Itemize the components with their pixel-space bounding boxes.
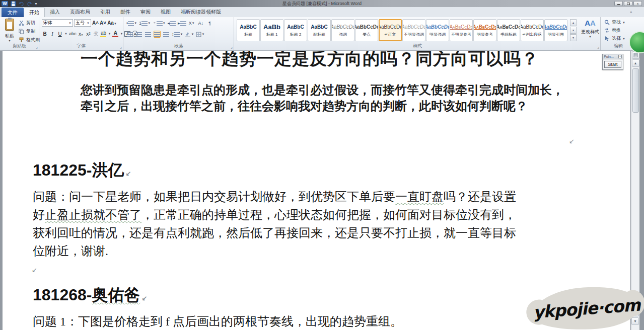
minimize-button[interactable] — [614, 1, 623, 6]
style-chip-标题[interactable]: AaBbC标题 — [237, 19, 260, 41]
close-icon[interactable]: × — [618, 55, 622, 58]
tab-引用[interactable]: 引用 — [95, 8, 115, 17]
next-page-icon[interactable]: ▼ — [631, 317, 639, 325]
chevron-down-icon: ▼ — [622, 37, 625, 40]
style-chip-不明显参考[interactable]: AaBbCcDd不明显参考 — [450, 19, 473, 41]
find-button[interactable]: 查找▼ — [604, 19, 625, 26]
bold-button[interactable]: B — [42, 31, 48, 37]
align-right-button[interactable] — [145, 31, 152, 38]
grow-font-button[interactable]: A˄ — [92, 20, 99, 26]
style-sample: AaBbC — [240, 24, 256, 30]
highlight-dropdown-icon[interactable]: ▼ — [108, 32, 111, 35]
font-dialog-launcher-icon[interactable]: ⌟ — [120, 45, 122, 49]
style-sample: AaBbCcDo — [497, 24, 520, 30]
tab-文件[interactable]: 文件 — [2, 8, 24, 17]
show-marks-button[interactable]: ¶ — [206, 20, 213, 27]
align-left-button[interactable] — [126, 31, 133, 38]
collapse-ribbon-icon[interactable]: ▵ — [630, 10, 632, 14]
styles-more-icon[interactable]: ▼ — [570, 34, 577, 41]
font-color-dropdown-icon[interactable]: ▼ — [120, 32, 123, 35]
tab-邮件[interactable]: 邮件 — [115, 8, 135, 17]
justify-button[interactable] — [154, 31, 161, 38]
chevron-down-icon: ▼ — [87, 22, 90, 25]
font-size-select[interactable]: 五号▼ — [74, 19, 91, 27]
style-chip-明显参考[interactable]: AaBbCcDd明显参考 — [473, 19, 496, 41]
style-sample: AaBbCcDd — [544, 24, 567, 30]
cut-label: 剪切 — [26, 20, 35, 26]
multilevel-list-button[interactable]: ⁘▼ — [153, 20, 166, 27]
shading-button[interactable]: ▼ — [185, 31, 194, 38]
style-chip-明显强调[interactable]: AaBbCcDd明显强调 — [426, 19, 449, 41]
style-chip-正文[interactable]: AaBbCcDd↵正文 — [379, 19, 402, 41]
copy-button[interactable]: 复制 — [18, 28, 40, 35]
paste-label: 粘贴 — [5, 33, 14, 39]
style-chip-书籍标题[interactable]: AaBbCcDo书籍标题 — [497, 19, 520, 41]
phonetic-guide-button[interactable]: 变 — [93, 30, 99, 37]
style-chip-副标题[interactable]: AaBbC副标题 — [308, 19, 331, 41]
paste-dropdown-icon[interactable]: ▼ — [8, 39, 11, 42]
chevron-down-icon: ▼ — [622, 21, 625, 24]
numbering-button[interactable]: 1▼ — [139, 20, 151, 27]
style-chip-列出段落[interactable]: AaBbCcDd↵列出段落 — [521, 19, 544, 41]
font-color-button[interactable]: A — [112, 30, 118, 37]
replace-button[interactable]: 替换 — [604, 27, 625, 34]
style-label: ↵列出段落 — [523, 32, 542, 37]
style-chip-标题 2[interactable]: AaBbC标题 2 — [284, 19, 307, 41]
style-label: 强调 — [339, 32, 347, 37]
vertical-scrollbar[interactable]: ▲ — [631, 51, 639, 330]
subscript-button[interactable]: x₂ — [78, 31, 84, 37]
style-chip-强调[interactable]: AaBbCcDd强调 — [331, 19, 354, 41]
tab-福昕阅读器领鲜版[interactable]: 福昕阅读器领鲜版 — [176, 8, 226, 17]
change-styles-label: 更改样式 — [581, 29, 599, 35]
style-label: ↵正文 — [385, 32, 396, 37]
font-group: 宋体▼ 五号▼ A˄ A˅ Aa▼ B I U▼ abc x₂ x² 变 ab▼… — [40, 17, 123, 50]
asian-layout-button[interactable]: X▼ — [188, 20, 195, 27]
shrink-font-button[interactable]: A˅ — [100, 20, 106, 26]
strikethrough-button[interactable]: abc — [69, 31, 77, 36]
paragraph-dialog-launcher-icon[interactable]: ⌟ — [231, 45, 233, 49]
styles-dialog-launcher-icon[interactable]: ⌟ — [597, 45, 599, 49]
restore-button[interactable] — [624, 1, 632, 6]
select-button[interactable]: 选择▼ — [604, 35, 625, 42]
borders-button[interactable]: ▼ — [196, 31, 204, 38]
align-center-button[interactable] — [135, 31, 142, 38]
scrollbar-thumb[interactable] — [632, 68, 639, 113]
clipboard-dialog-launcher-icon[interactable]: ⌟ — [36, 45, 38, 49]
cut-button[interactable]: 剪切 — [18, 20, 40, 26]
tab-视图[interactable]: 视图 — [156, 8, 176, 17]
style-sample: AaBbCcDd — [521, 24, 544, 30]
sort-button[interactable]: A↓ — [197, 20, 204, 27]
close-button[interactable]: × — [633, 1, 642, 6]
font-name-select[interactable]: 宋体▼ — [42, 19, 73, 27]
scroll-up-icon[interactable]: ▲ — [632, 59, 639, 67]
italic-button[interactable]: I — [49, 31, 55, 37]
tab-页面布局[interactable]: 页面布局 — [65, 8, 95, 17]
document-page[interactable]: 一个趋势和另一个趋势一定是反方向的吗？同方向可以吗？ 您讲到预留隐患是牵引点的形… — [3, 51, 630, 330]
tab-插入[interactable]: 插入 — [45, 8, 65, 17]
decrease-indent-button[interactable]: ◂ — [168, 20, 176, 27]
change-styles-dropdown-icon[interactable]: ▼ — [589, 35, 592, 38]
chevron-down-icon: ▼ — [68, 22, 71, 25]
styles-scroll-up-icon[interactable]: ▲ — [570, 19, 577, 26]
style-label: 不明显参考 — [451, 32, 471, 37]
paragraph-mark: ↙ — [32, 266, 37, 274]
find-button-label: 查找 — [612, 19, 621, 26]
superscript-button[interactable]: x² — [85, 31, 91, 37]
start-button[interactable]: Start — [604, 61, 621, 68]
line-spacing-button[interactable]: ↕▼ — [172, 31, 183, 38]
increase-indent-button[interactable]: ▸ — [178, 20, 186, 27]
underline-dropdown-icon[interactable]: ▼ — [64, 32, 67, 35]
distribute-button[interactable] — [163, 31, 170, 38]
style-chip-要点[interactable]: AaBbCcDd要点 — [355, 19, 378, 41]
change-case-button[interactable]: Aa▼ — [107, 20, 117, 26]
styles-scroll-down-icon[interactable]: ▼ — [570, 27, 577, 34]
word-window: W ▼ 星会员问题 [兼容模式] - Microsoft Word × 文件开始… — [0, 0, 644, 330]
bullets-button[interactable]: •▼ — [126, 20, 137, 27]
style-chip-明显引用[interactable]: AaBbCcDd明显引用 — [544, 19, 567, 41]
style-chip-不明显强调[interactable]: AaBbCcDd不明显强调 — [402, 19, 425, 41]
tab-审阅[interactable]: 审阅 — [135, 8, 156, 17]
text-highlight-button[interactable]: ab — [100, 30, 106, 37]
tab-开始[interactable]: 开始 — [24, 8, 45, 17]
style-chip-标题 1[interactable]: AaBb标题 1 — [260, 19, 283, 41]
underline-button[interactable]: U — [57, 31, 63, 37]
